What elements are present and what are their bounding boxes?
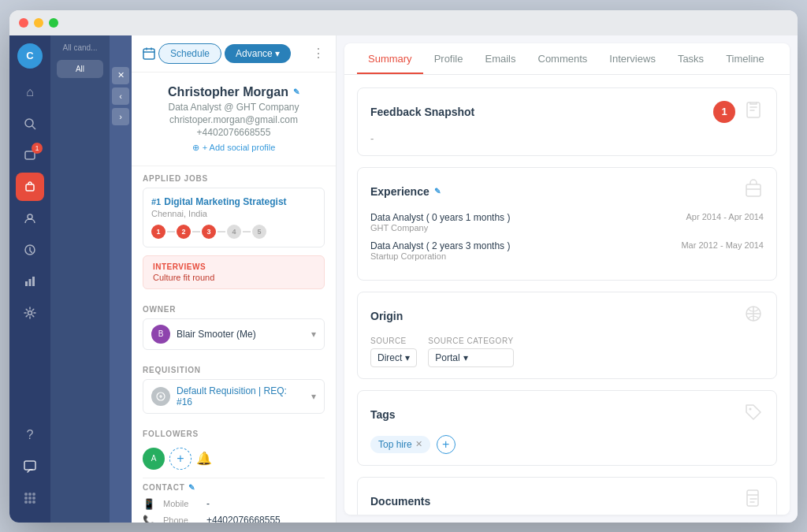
feedback-value: - bbox=[370, 132, 374, 144]
add-social-profile-button[interactable]: ⊕ + Add social profile bbox=[144, 143, 323, 153]
svg-rect-20 bbox=[143, 49, 154, 59]
prog-line-4 bbox=[243, 231, 251, 233]
tab-emails[interactable]: Emails bbox=[474, 43, 526, 74]
svg-rect-7 bbox=[29, 279, 32, 286]
req-dropdown-icon[interactable]: ▾ bbox=[311, 391, 316, 402]
tab-timeline[interactable]: Timeline bbox=[715, 43, 775, 74]
origin-grid: Source Direct ▾ Source Category bbox=[370, 337, 764, 367]
maximize-dot[interactable] bbox=[49, 18, 58, 28]
interviews-label: INTERVIEWS bbox=[153, 262, 314, 271]
mobile-value: - bbox=[206, 498, 210, 509]
experience-card: Experience ✎ Data Analyst ( 0 years 1 mo… bbox=[357, 167, 777, 281]
req-row[interactable]: Default Requisition | REQ: #16 ▾ bbox=[143, 379, 325, 414]
feedback-title: Feedback Snapshot bbox=[370, 106, 474, 118]
feedback-body: - bbox=[358, 132, 776, 155]
prog-line-2 bbox=[192, 231, 200, 233]
svg-point-25 bbox=[749, 407, 752, 410]
tab-schedule[interactable]: Schedule bbox=[158, 43, 221, 64]
tab-tasks[interactable]: Tasks bbox=[667, 43, 715, 74]
svg-point-0 bbox=[25, 119, 33, 127]
candidate-title: Data Analyst @ GHT Company bbox=[144, 102, 323, 113]
sidebar-item-people[interactable] bbox=[16, 204, 44, 233]
tags-title: Tags bbox=[370, 408, 396, 421]
user-avatar: C bbox=[17, 43, 43, 69]
owner-name: Blair Smooter (Me) bbox=[177, 329, 305, 340]
more-options-button[interactable]: ⋮ bbox=[312, 46, 325, 61]
applied-job-item[interactable]: #1 Digital Marketing Strategist Chennai,… bbox=[143, 188, 325, 247]
sidebar-item-settings[interactable] bbox=[16, 299, 44, 327]
sidebar-item-chart[interactable] bbox=[16, 267, 44, 296]
bell-icon[interactable]: 🔔 bbox=[196, 451, 212, 466]
source-category-select[interactable]: Portal ▾ bbox=[428, 348, 513, 367]
sidebar-item-briefcase[interactable] bbox=[16, 173, 44, 201]
experience-header: Experience ✎ bbox=[358, 168, 776, 212]
owner-row[interactable]: B Blair Smooter (Me) ▾ bbox=[143, 318, 325, 350]
prog-dot-3: 3 bbox=[202, 225, 216, 239]
job-number: #1 bbox=[151, 197, 161, 206]
main-window: C ⌂ ? bbox=[9, 10, 798, 523]
nav-close[interactable]: ✕ bbox=[112, 67, 129, 84]
edit-contact-icon[interactable]: ✎ bbox=[188, 483, 195, 492]
phone-value: +4402076668555 bbox=[206, 515, 281, 523]
nav-back[interactable]: ‹ bbox=[112, 87, 129, 105]
add-tag-button[interactable]: + bbox=[437, 435, 456, 454]
documents-header: Documents bbox=[358, 478, 776, 515]
sidebar-item-search[interactable] bbox=[16, 110, 44, 138]
sidebar-icons: C ⌂ ? bbox=[9, 35, 50, 523]
feedback-count-badge: 1 bbox=[713, 101, 735, 123]
svg-point-18 bbox=[28, 500, 32, 504]
candidate-phone: +4402076668555 bbox=[144, 127, 323, 138]
tags-card: Tags Top hire ✕ + bbox=[357, 390, 777, 466]
tab-profile[interactable]: Profile bbox=[423, 43, 474, 74]
svg-point-19 bbox=[32, 500, 35, 504]
sidebar-item-clock[interactable] bbox=[16, 236, 44, 264]
second-item-allcandidates[interactable]: All bbox=[57, 60, 103, 78]
phone-label: Phone bbox=[163, 515, 199, 523]
sidebar-item-notifications[interactable] bbox=[16, 141, 44, 169]
nav-forward[interactable]: › bbox=[112, 108, 129, 125]
sidebar-item-help[interactable]: ? bbox=[16, 421, 44, 449]
exp-company-1: GHT Company bbox=[370, 223, 510, 233]
exp-title-2: Data Analyst ( 2 years 3 months ) bbox=[370, 240, 510, 251]
sidebar-item-home[interactable]: ⌂ bbox=[16, 78, 44, 106]
right-panel: Summary Profile Emails Comments Intervie… bbox=[344, 43, 790, 515]
tab-comments[interactable]: Comments bbox=[527, 43, 599, 74]
close-dot[interactable] bbox=[19, 18, 28, 28]
content-sections: Feedback Snapshot 1 - bbox=[344, 75, 790, 515]
contact-header: CONTACT ✎ bbox=[143, 483, 325, 492]
candidate-info: Christopher Morgan ✎ Data Analyst @ GHT … bbox=[132, 73, 336, 166]
edit-name-icon[interactable]: ✎ bbox=[293, 87, 299, 96]
minimize-dot[interactable] bbox=[34, 18, 43, 28]
exp-date-2: Mar 2012 - May 2014 bbox=[681, 240, 764, 250]
interviews-badge: INTERVIEWS Culture fit round bbox=[143, 255, 325, 289]
owner-label: OWNER bbox=[132, 297, 336, 318]
svg-rect-6 bbox=[25, 281, 28, 286]
source-field: Source Direct ▾ bbox=[370, 337, 417, 367]
clipboard-icon bbox=[743, 99, 764, 125]
owner-dropdown-icon[interactable]: ▾ bbox=[311, 329, 316, 340]
source-category-label: Source Category bbox=[428, 337, 513, 345]
origin-title: Origin bbox=[370, 310, 403, 322]
prog-line-3 bbox=[218, 231, 225, 233]
tag-icon bbox=[743, 402, 764, 427]
add-follower-button[interactable]: + bbox=[169, 448, 192, 470]
contact-mobile-row: 📱 Mobile - bbox=[143, 498, 325, 510]
tab-interviews[interactable]: Interviews bbox=[598, 43, 667, 74]
experience-title: Experience ✎ bbox=[370, 185, 441, 198]
source-select[interactable]: Direct ▾ bbox=[370, 348, 417, 367]
prog-dot-5: 5 bbox=[252, 225, 266, 239]
exp-item-1: Data Analyst ( 0 years 1 months ) GHT Co… bbox=[370, 212, 764, 233]
edit-experience-icon[interactable]: ✎ bbox=[434, 187, 441, 195]
tab-advance[interactable]: Advance ▾ bbox=[225, 44, 291, 63]
tags-header: Tags bbox=[358, 391, 776, 435]
req-name: Default Requisition | REQ: #16 bbox=[177, 385, 305, 407]
svg-point-13 bbox=[32, 493, 35, 496]
exp-item-2: Data Analyst ( 2 years 3 months ) Startu… bbox=[370, 240, 764, 261]
applied-jobs-label: APPLIED JOBS bbox=[132, 166, 336, 188]
sidebar-item-chat[interactable] bbox=[16, 452, 44, 481]
tag-top-hire: Top hire ✕ bbox=[370, 436, 430, 453]
remove-tag-button[interactable]: ✕ bbox=[415, 439, 422, 449]
progress-dots: 1 2 3 4 5 bbox=[151, 225, 316, 239]
tab-summary[interactable]: Summary bbox=[357, 43, 423, 74]
svg-rect-23 bbox=[746, 184, 761, 196]
